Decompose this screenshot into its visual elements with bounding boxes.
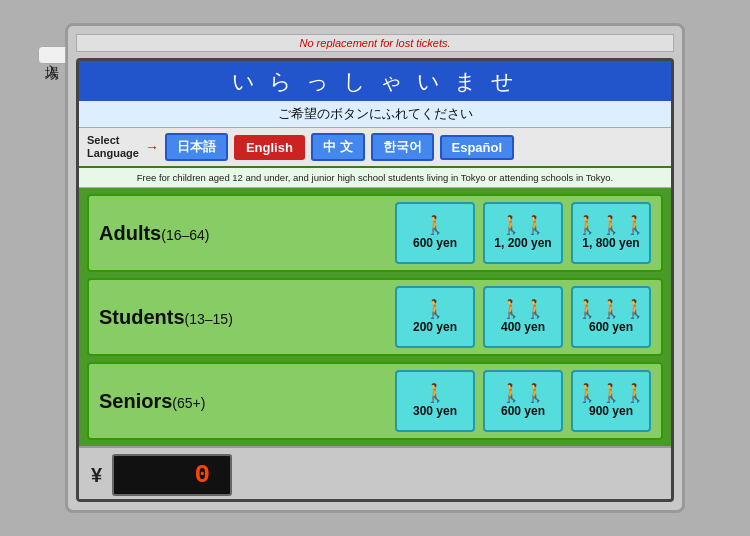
amount-display: 0	[112, 454, 232, 496]
seniors-3-price: 900 yen	[589, 404, 633, 418]
students-ticket-2[interactable]: 🚶 🚶 400 yen	[483, 286, 563, 348]
adults-2-icon: 🚶 🚶	[500, 216, 546, 234]
adults-3-price: 1, 800 yen	[582, 236, 639, 250]
seniors-ticket-2[interactable]: 🚶 🚶 600 yen	[483, 370, 563, 432]
adults-2-price: 1, 200 yen	[494, 236, 551, 250]
lang-btn-japanese[interactable]: 日本語	[165, 133, 228, 161]
yen-symbol: ¥	[91, 464, 102, 487]
students-1-price: 200 yen	[413, 320, 457, 334]
students-3-price: 600 yen	[589, 320, 633, 334]
students-1-icon: 🚶	[424, 300, 446, 318]
category-label-students: Students(13–15)	[99, 306, 284, 329]
seniors-1-icon: 🚶	[424, 384, 446, 402]
lang-btn-chinese[interactable]: 中 文	[311, 133, 365, 161]
machine-frame: 入場 No replacement for lost tickets. い ら …	[65, 23, 685, 513]
category-label-seniors: Seniors(65+)	[99, 390, 284, 413]
side-kanji: 入場	[43, 53, 61, 57]
lang-btn-spanish[interactable]: Español	[440, 135, 515, 160]
seniors-2-price: 600 yen	[501, 404, 545, 418]
seniors-2-icon: 🚶 🚶	[500, 384, 546, 402]
category-row-adults: Adults(16–64) 🚶 600 yen 🚶 🚶	[87, 194, 663, 272]
students-2-icon: 🚶 🚶	[500, 300, 546, 318]
bottom-area: ¥ 0	[79, 446, 671, 502]
category-row-seniors: Seniors(65+) 🚶 300 yen 🚶 🚶 6	[87, 362, 663, 440]
ticket-screen: い ら っ し ゃ い ま せ ご希望のボタンにふれてください Select L…	[76, 58, 674, 502]
students-ticket-buttons: 🚶 200 yen 🚶 🚶 400 yen 🚶	[395, 286, 651, 348]
subtitle-bar: ご希望のボタンにふれてください	[79, 101, 671, 128]
welcome-bar: い ら っ し ゃ い ま せ	[79, 61, 671, 101]
language-arrow: →	[145, 139, 159, 155]
lang-btn-english[interactable]: English	[234, 135, 305, 160]
seniors-ticket-3[interactable]: 🚶 🚶 🚶 900 yen	[571, 370, 651, 432]
top-notice: No replacement for lost tickets.	[76, 34, 674, 52]
students-ticket-1[interactable]: 🚶 200 yen	[395, 286, 475, 348]
side-panel: 入場	[38, 46, 66, 64]
language-bar: Select Language → 日本語 English 中 文 한국어 Es…	[79, 128, 671, 168]
adults-1-icon: 🚶	[424, 216, 446, 234]
students-2-price: 400 yen	[501, 320, 545, 334]
free-notice: Free for children aged 12 and under, and…	[79, 168, 671, 188]
seniors-1-price: 300 yen	[413, 404, 457, 418]
students-3-icon: 🚶 🚶 🚶	[576, 300, 646, 318]
ticket-area: Adults(16–64) 🚶 600 yen 🚶 🚶	[79, 188, 671, 446]
seniors-ticket-buttons: 🚶 300 yen 🚶 🚶 600 yen 🚶	[395, 370, 651, 432]
category-label-adults: Adults(16–64)	[99, 222, 284, 245]
adults-1-price: 600 yen	[413, 236, 457, 250]
students-ticket-3[interactable]: 🚶 🚶 🚶 600 yen	[571, 286, 651, 348]
adults-3-icon: 🚶 🚶 🚶	[576, 216, 646, 234]
adults-ticket-3[interactable]: 🚶 🚶 🚶 1, 800 yen	[571, 202, 651, 264]
seniors-ticket-1[interactable]: 🚶 300 yen	[395, 370, 475, 432]
lang-btn-korean[interactable]: 한국어	[371, 133, 434, 161]
seniors-3-icon: 🚶 🚶 🚶	[576, 384, 646, 402]
category-row-students: Students(13–15) 🚶 200 yen 🚶 🚶	[87, 278, 663, 356]
adults-ticket-1[interactable]: 🚶 600 yen	[395, 202, 475, 264]
adults-ticket-2[interactable]: 🚶 🚶 1, 200 yen	[483, 202, 563, 264]
language-label: Select Language	[87, 134, 139, 160]
adults-ticket-buttons: 🚶 600 yen 🚶 🚶 1, 200 yen 🚶	[395, 202, 651, 264]
